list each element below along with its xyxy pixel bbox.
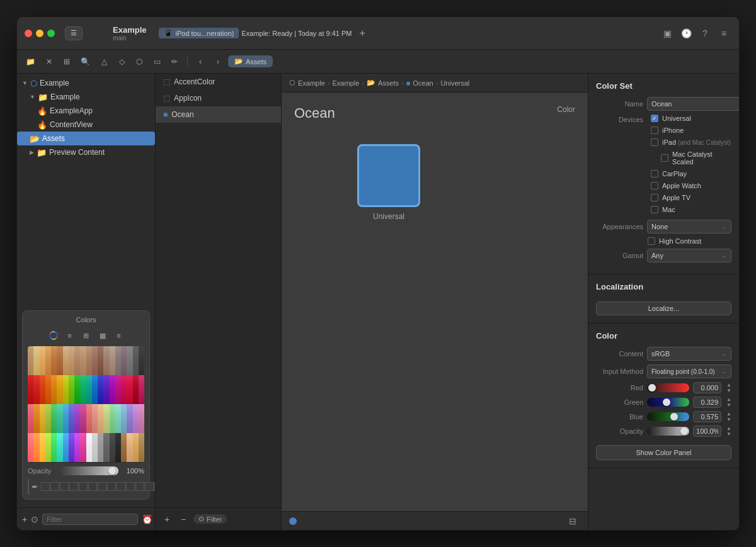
pencil[interactable] [45,433,51,462]
pencil[interactable] [33,404,39,433]
pencil[interactable] [45,346,51,375]
color-sliders-tab[interactable]: ≡ [63,329,77,342]
pencil[interactable] [51,346,57,375]
swatch-cell[interactable] [41,482,50,491]
pencil[interactable] [28,346,33,375]
add-item-button[interactable]: + [22,513,27,526]
green-thumb[interactable] [663,398,670,406]
pencil[interactable] [110,433,115,462]
pencil[interactable] [40,404,45,433]
pencil[interactable] [103,375,109,404]
pencil[interactable] [63,346,69,375]
pencil[interactable] [80,375,86,404]
swatch-cell[interactable] [60,482,69,491]
pencil[interactable] [74,404,80,433]
blue-slider[interactable] [647,412,689,421]
pencil[interactable] [103,404,109,433]
x-icon[interactable]: ✕ [42,54,57,69]
pencil[interactable] [86,433,92,462]
folder-icon[interactable]: 📁 [22,54,39,69]
pencil[interactable] [92,404,98,433]
pencil[interactable] [80,433,86,462]
pencil[interactable] [74,433,80,462]
pencil[interactable] [115,346,121,375]
pencil[interactable] [133,433,139,462]
color-box-universal[interactable] [357,144,420,207]
pencil[interactable] [103,433,109,462]
content-dropdown[interactable]: sRGB ⌄ [647,347,731,361]
pencil[interactable] [110,346,115,375]
green-stepper-up[interactable]: ▲ [726,397,731,402]
pencil[interactable] [86,404,92,433]
sidebar-toggle-button[interactable]: ☰ [65,26,83,40]
pencil[interactable] [33,346,39,375]
pencil[interactable] [127,346,132,375]
pencil[interactable] [92,433,98,462]
nav-next-button[interactable]: › [210,54,226,69]
pencil[interactable] [139,375,144,404]
nav-prev-button[interactable]: ‹ [193,54,208,69]
red-value-input[interactable] [693,382,721,393]
swatch-cell[interactable] [107,482,116,491]
device-appletv-checkbox[interactable] [651,194,658,201]
pencil[interactable] [115,404,121,433]
red-stepper-up[interactable]: ▲ [726,382,731,388]
pencil[interactable] [51,404,57,433]
pencil[interactable] [115,433,121,462]
pencil[interactable] [74,375,80,404]
warning-icon[interactable]: △ [96,54,112,69]
pencil[interactable] [45,404,51,433]
close-button[interactable] [25,30,32,37]
sidebar-filter-input[interactable] [42,514,138,525]
pencil[interactable] [98,375,103,404]
device-pill[interactable]: 📱 iPod tou...neration) [159,28,239,38]
sidebar-item-example-folder[interactable]: ▼ 📁 Example [17,90,155,104]
pencil[interactable] [63,404,69,433]
pencil[interactable] [28,404,33,433]
pencil[interactable] [139,433,144,462]
name-input[interactable] [647,97,739,111]
pencil[interactable] [80,404,86,433]
add-asset-button[interactable]: + [161,513,173,526]
pencil[interactable] [139,404,144,433]
blue-stepper-down[interactable]: ▼ [726,417,731,422]
pencil[interactable] [110,404,115,433]
asset-item-ocean[interactable]: ■ Ocean [156,106,281,123]
pencil[interactable] [40,346,45,375]
show-color-panel-button[interactable]: Show Color Panel [596,445,731,460]
swatch-cell[interactable] [50,482,59,491]
pencil[interactable] [51,433,57,462]
pencil[interactable] [121,404,127,433]
opacity-thumb[interactable] [108,467,116,475]
pencil[interactable] [69,375,74,404]
history-icon[interactable]: 🕐 [679,26,694,41]
green-slider[interactable] [647,398,689,407]
device-iphone-checkbox[interactable] [651,127,658,134]
pencil[interactable] [115,375,121,404]
sidebar-item-preview-content[interactable]: ▶ 📁 Preview Content [17,145,155,159]
add-button[interactable]: + [360,28,365,39]
gamut-dropdown[interactable]: Any ⌄ [647,249,731,262]
swatch-cell[interactable] [145,482,154,491]
device-applewatch-checkbox[interactable] [651,182,658,189]
red-slider[interactable] [647,383,689,392]
pencil[interactable] [74,346,80,375]
color-list-tab[interactable]: ≡ [112,329,126,342]
opacity-thumb-right[interactable] [680,427,688,435]
opacity-value-input[interactable] [693,426,721,437]
color-wheel-tab[interactable] [47,329,60,342]
swatch-cell[interactable] [126,482,135,491]
pencil[interactable] [33,433,39,462]
pencil[interactable] [40,375,45,404]
pencil[interactable] [33,375,39,404]
swatch-cell[interactable] [69,482,78,491]
pencil[interactable] [133,404,139,433]
pencil[interactable] [127,433,132,462]
pencil[interactable] [57,346,62,375]
sidebar-settings-icon[interactable]: ⏰ [142,512,152,527]
pencil[interactable] [69,433,74,462]
grid-icon[interactable]: ⊞ [59,54,74,69]
device-ipad-checkbox[interactable] [651,138,658,146]
diamond-icon[interactable]: ◇ [114,54,129,69]
input-method-dropdown[interactable]: Floating point (0.0-1.0) ⌄ [647,364,731,378]
